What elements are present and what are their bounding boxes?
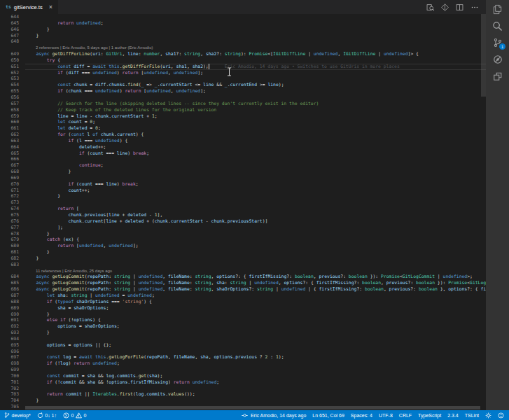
code-line[interactable]: 665 if (count === line) break; [0,150,486,157]
code-line[interactable]: 654 const chunk = diff.chunks.find(_ => … [0,82,486,88]
code-line[interactable]: 702 [0,386,486,392]
code-line[interactable]: 674 return [ [0,206,486,212]
vertical-scrollbar-thumb[interactable] [481,14,486,97]
activity-bar-item-source-control[interactable]: 1 [486,34,509,51]
code-line[interactable]: 703 return commit || Iterables.first(log… [0,391,486,398]
code-line[interactable]: 680 return [undefined, undefined]; [0,243,486,249]
code-line[interactable]: 670 if (count === line) break; [0,181,486,188]
line-number[interactable]: 654 [0,82,25,88]
code-line[interactable]: 676 chunk.current[line + deleted + (chun… [0,218,486,225]
line-number[interactable]: 650 [0,57,25,64]
line-number[interactable]: 679 [0,237,25,243]
code-line[interactable]: 658 // Keep track of the deleted lines f… [0,107,486,113]
line-number[interactable]: 664 [0,144,25,150]
status-item-cursor-position[interactable]: Ln 651, Col 69 [312,413,344,418]
line-number[interactable]: 683 [0,262,25,268]
open-changes-button[interactable] [426,4,434,11]
line-number[interactable]: 652 [0,70,25,76]
code-line[interactable]: 653 [0,76,486,82]
code-line[interactable]: 645 return undefined; [0,20,486,27]
line-number[interactable]: 655 [0,88,25,94]
status-item-tslint-status[interactable]: TSLint [465,413,479,418]
activity-bar-item-search[interactable] [486,18,509,34]
line-number[interactable]: 662 [0,132,25,138]
line-number[interactable]: 685 [0,280,25,286]
code-line[interactable]: 699 [0,367,486,373]
tab-gitservice[interactable]: ts gitService.ts × [0,0,59,14]
horizontal-scrollbar-thumb[interactable] [25,406,480,410]
status-item-problems-status[interactable]: 00 [63,412,86,419]
line-number[interactable]: 690 [0,312,25,318]
code-line[interactable]: 662 for (const l of chunk.current) { [0,132,486,138]
line-number[interactable]: 668 [0,169,25,175]
code-line[interactable]: 655 if (chunk === undefined) return [und… [0,88,486,94]
code-line[interactable]: 682 } [0,255,486,262]
code-line[interactable]: 691 else if (!options) { [0,317,486,323]
line-number[interactable]: 695 [0,342,25,349]
line-number[interactable]: 699 [0,367,25,373]
code-line[interactable]: 685 async getLogCommit(repoPath: string … [0,280,486,286]
code-line[interactable]: 646 } [0,27,486,33]
code-line[interactable]: 688 if (typeof shaOrOptions === 'string'… [0,299,486,305]
status-item-git-branch-status[interactable]: develop* [4,412,31,419]
line-number[interactable]: 677 [0,225,25,231]
line-number[interactable]: 705 [0,404,25,410]
code-line[interactable]: 644 [0,14,486,20]
code-line[interactable]: 677 ]; [0,225,486,231]
line-number[interactable]: 688 [0,299,25,305]
line-number[interactable]: 669 [0,175,25,181]
line-number[interactable]: 702 [0,386,25,392]
code-line[interactable]: 704 } [0,398,486,404]
code-line[interactable]: 698 if (!log) return undefined; [0,360,486,367]
code-line[interactable]: 686 async getLogCommit(repoPath: string … [0,286,486,293]
more-actions-button[interactable] [470,4,479,11]
code-line[interactable]: 684 async getLogCommit(repoPath: string … [0,274,486,280]
line-number[interactable]: 671 [0,188,25,194]
code-line[interactable]: 669 [0,175,486,181]
status-item-indentation[interactable]: Spaces: 4 [351,413,372,418]
status-item-eol[interactable]: CRLF [399,413,412,418]
line-number[interactable]: 678 [0,231,25,237]
activity-bar-item-extensions[interactable] [486,68,509,85]
line-number[interactable]: 658 [0,107,25,113]
line-number[interactable]: 675 [0,212,25,218]
code-line[interactable]: 661 let deleted = 0; [0,125,486,132]
line-number[interactable]: 661 [0,125,25,132]
activity-bar-item-explorer[interactable] [486,1,509,18]
codelens-row[interactable]: 11 references | Eric Amodio, 25 days ago [0,268,486,274]
line-number[interactable]: 657 [0,101,25,107]
status-item-gear-status[interactable] [485,412,491,419]
line-number[interactable]: 644 [0,14,25,20]
code-line[interactable]: 649 async getDiffForLine(uri: GitUri, li… [0,51,486,57]
code-line[interactable]: 659 line = line - chunk.currentStart + 1… [0,113,486,120]
line-number[interactable]: 700 [0,373,25,379]
line-number[interactable]: 647 [0,33,25,39]
code-line[interactable]: 671 count++; [0,188,486,194]
codelens-row[interactable]: 2 references | Eric Amodio, 5 days ago |… [0,45,486,51]
line-number[interactable]: 674 [0,206,25,212]
line-number[interactable]: 653 [0,76,25,82]
code-line[interactable]: 696 [0,349,486,355]
line-number[interactable]: 660 [0,119,25,125]
code-line[interactable]: 679 catch (ex) { [0,237,486,243]
line-number[interactable]: 681 [0,249,25,255]
line-number[interactable]: 666 [0,156,25,162]
status-item-feedback[interactable] [498,412,504,419]
code-line[interactable]: 697 const log = await this.getLogForFile… [0,354,486,360]
tab-close-icon[interactable]: × [49,4,53,10]
line-number[interactable]: 682 [0,255,25,262]
code-line[interactable]: 695 options = options || {}; [0,342,486,349]
line-number[interactable]: 659 [0,113,25,120]
status-item-language-mode[interactable]: TypeScript [418,413,441,418]
code-line[interactable]: 651 const diff = await this.getDiffForFi… [0,64,486,70]
line-number[interactable]: 692 [0,323,25,330]
code-line[interactable]: 648 [0,38,486,45]
code-line[interactable]: 681 } [0,249,486,255]
line-number[interactable]: 693 [0,330,25,336]
line-number[interactable]: 704 [0,398,25,404]
code-line[interactable]: 657 // Search for the line (skipping del… [0,101,486,107]
code-line[interactable]: 693 } [0,330,486,336]
code-line[interactable]: 689 sha = shaOrOptions; [0,305,486,312]
line-number[interactable]: 687 [0,293,25,299]
line-number[interactable]: 645 [0,20,25,27]
